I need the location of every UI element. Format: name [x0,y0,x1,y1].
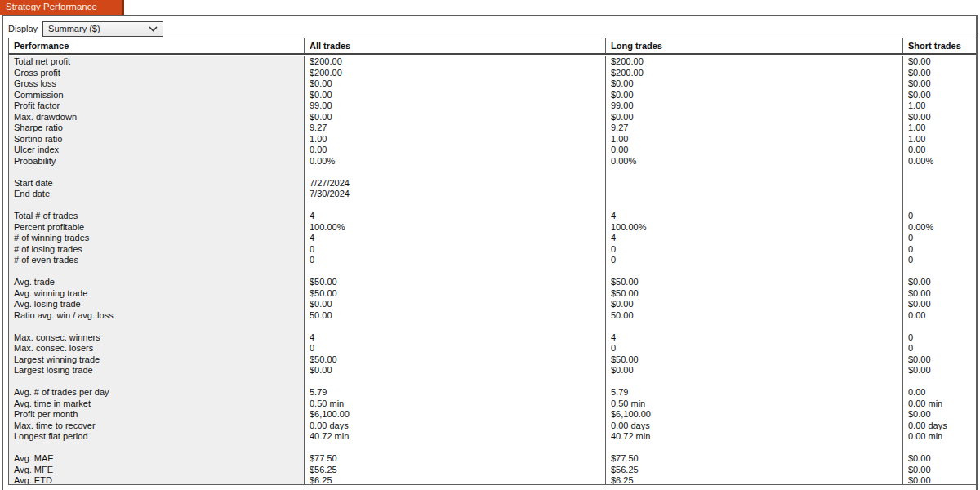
cell-short-trades [902,167,976,178]
cell-long-trades: $50.00 [605,277,902,288]
cell-short-trades [902,376,976,388]
row-label: Gross loss [9,78,304,90]
cell-short-trades: $0.00 [902,277,976,288]
cell-all-trades: $50.00 [304,277,605,288]
column-header-long-trades: Long trades [605,38,902,53]
column-header-performance: Performance [9,38,304,53]
table-row [9,266,976,278]
cell-long-trades: 99.00 [605,100,902,112]
cell-all-trades: $6,100.00 [304,409,605,421]
row-label: Sharpe ratio [9,122,304,134]
cell-all-trades: $0.00 [304,112,605,123]
table-row [9,376,976,388]
display-dropdown[interactable]: Summary ($) [42,21,163,37]
cell-all-trades: 4 [304,332,605,344]
cell-all-trades: 0.00 [304,145,605,156]
table-row: Gross loss $0.00 $0.00 $0.00 [9,78,976,90]
cell-long-trades [605,178,902,189]
cell-long-trades: 4 [605,233,902,244]
cell-all-trades: 0.50 min [304,399,605,410]
cell-all-trades: 40.72 min [304,431,605,443]
cell-all-trades: 0.00 days [304,421,605,432]
row-label: Gross profit [9,68,304,79]
cell-long-trades: 9.27 [605,122,902,134]
cell-long-trades: 0 [605,244,902,256]
cell-all-trades [304,443,605,454]
cell-short-trades: 0 [902,233,976,244]
table-row: Avg. trade $50.00 $50.00 $0.00 [9,277,976,288]
table-row: Sortino ratio 1.00 1.00 1.00 [9,134,976,145]
table-row: Avg. winning trade $50.00 $50.00 $0.00 [9,288,976,300]
cell-short-trades: 0.00 [902,310,976,322]
row-label: Commission [9,90,304,101]
performance-table: Performance All trades Long trades Short… [8,38,976,485]
cell-long-trades: $50.00 [605,288,902,300]
table-row: Ratio avg. win / avg. loss 50.00 50.00 0… [9,310,976,322]
table-row: Avg. MFE $56.25 $56.25 $0.00 [9,465,976,476]
row-label: # of losing trades [9,244,304,256]
tab-strip: Strategy Performance [0,0,980,15]
cell-all-trades: 4 [304,211,605,222]
row-label: Largest losing trade [9,365,304,376]
cell-short-trades: 0.00 [902,387,976,399]
cell-all-trades: $0.00 [304,299,605,310]
cell-all-trades [304,167,605,178]
cell-short-trades: $0.00 [902,465,976,476]
table-row: Percent profitable 100.00% 100.00% 0.00% [9,222,976,234]
cell-all-trades: 1.00 [304,134,605,145]
cell-short-trades: $0.00 [902,90,976,101]
row-label: Profit factor [9,100,304,112]
tab-strategy-performance[interactable]: Strategy Performance [0,0,124,15]
table-row: Avg. MAE $77.50 $77.50 $0.00 [9,453,976,465]
table-row: Largest losing trade $0.00 $0.00 $0.00 [9,365,976,376]
table-row: Avg. time in market 0.50 min 0.50 min 0.… [9,399,976,410]
cell-all-trades: $56.25 [304,465,605,476]
cell-short-trades: 0.00 min [902,431,976,443]
cell-long-trades: $200.00 [605,68,902,79]
row-label: Probability [9,156,304,167]
cell-short-trades [902,178,976,189]
cell-long-trades: $0.00 [605,112,902,123]
cell-short-trades: $0.00 [902,299,976,310]
row-label [9,376,304,388]
table-row: Start date 7/27/2024 [9,178,976,189]
cell-all-trades: 50.00 [304,310,605,322]
table-row: # of winning trades 4 4 0 [9,233,976,244]
cell-long-trades: 0 [605,343,902,354]
cell-short-trades: 1.00 [902,100,976,112]
row-label: Percent profitable [9,222,304,234]
cell-all-trades: $200.00 [304,68,605,79]
cell-long-trades: $0.00 [605,365,902,376]
row-label: Profit per month [9,409,304,421]
row-label [9,200,304,212]
cell-long-trades [605,189,902,200]
cell-short-trades: $0.00 [902,112,976,123]
cell-short-trades: 0.00% [902,156,976,167]
row-label: Avg. ETD [9,475,304,485]
tab-title: Strategy Performance [6,2,97,11]
row-label: Ulcer index [9,145,304,156]
table-row: Commission $0.00 $0.00 $0.00 [9,90,976,101]
row-label [9,266,304,278]
row-label: Max. drawdown [9,112,304,123]
cell-long-trades: 1.00 [605,134,902,145]
cell-long-trades: 0.00 [605,145,902,156]
cell-all-trades [304,200,605,212]
cell-all-trades: $0.00 [304,90,605,101]
table-row: Max. time to recover 0.00 days 0.00 days… [9,421,976,432]
cell-all-trades: 100.00% [304,222,605,234]
cell-short-trades: $0.00 [902,68,976,79]
row-label: # of even trades [9,255,304,266]
cell-long-trades [605,443,902,454]
row-label [9,443,304,454]
row-label: Total # of trades [9,211,304,222]
row-label: Total net profit [9,56,304,68]
row-label [9,167,304,178]
cell-all-trades: 4 [304,233,605,244]
row-label: Avg. time in market [9,399,304,410]
table-row: Largest winning trade $50.00 $50.00 $0.0… [9,354,976,366]
cell-long-trades: 0.00 days [605,421,902,432]
cell-short-trades: $0.00 [902,453,976,465]
cell-short-trades: $0.00 [902,354,976,366]
cell-all-trades: $77.50 [304,453,605,465]
